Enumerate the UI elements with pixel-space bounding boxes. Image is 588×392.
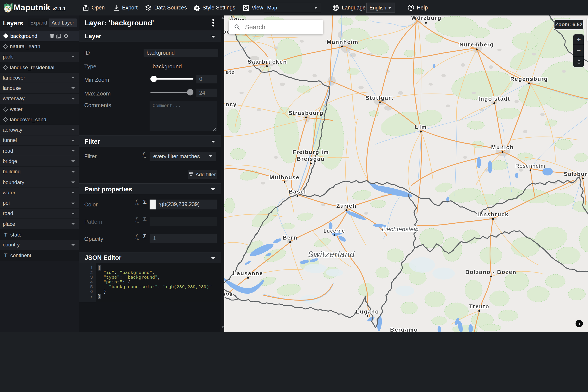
svg-text:eva: eva [224, 291, 233, 298]
svg-text:Innsbruck: Innsbruck [477, 211, 509, 218]
svg-text:Strasbourg: Strasbourg [289, 110, 324, 116]
svg-text:Nuremberg: Nuremberg [459, 41, 494, 48]
svg-text:Salzburg: Salzburg [564, 171, 588, 177]
svg-text:ncy: ncy [226, 101, 237, 108]
svg-text:Liechtenstein: Liechtenstein [382, 226, 419, 233]
svg-text:Bern: Bern [283, 234, 298, 241]
svg-text:Stuttgart: Stuttgart [366, 94, 393, 101]
svg-text:Mannheim: Mannheim [327, 39, 358, 45]
svg-text:Würzburg: Würzburg [411, 16, 442, 21]
svg-text:Mulhouse: Mulhouse [270, 174, 300, 181]
svg-text:Munich: Munich [491, 144, 514, 150]
svg-text:Saarbrücken: Saarbrücken [248, 58, 287, 65]
svg-text:etz: etz [226, 69, 235, 75]
svg-text:Lucerne: Lucerne [324, 228, 345, 234]
svg-text:Zurich: Zurich [336, 202, 356, 209]
svg-text:Bergamo: Bergamo [390, 326, 418, 332]
svg-text:Switzerland: Switzerland [308, 250, 355, 259]
svg-text:Trento: Trento [469, 303, 489, 310]
svg-text:Bolzano - Bozen: Bolzano - Bozen [465, 269, 516, 275]
svg-text:Ingolstadt: Ingolstadt [478, 96, 510, 102]
svg-text:Ulm: Ulm [415, 124, 427, 130]
svg-text:Freiburg im: Freiburg im [293, 149, 329, 155]
svg-text:Lausanne: Lausanne [233, 270, 263, 276]
svg-text:Rosenheim: Rosenheim [515, 163, 545, 169]
svg-text:Regensburg: Regensburg [510, 76, 548, 82]
svg-text:Breisgau: Breisgau [297, 156, 325, 162]
svg-text:Lugano: Lugano [356, 308, 379, 315]
svg-text:Basel: Basel [289, 188, 306, 195]
